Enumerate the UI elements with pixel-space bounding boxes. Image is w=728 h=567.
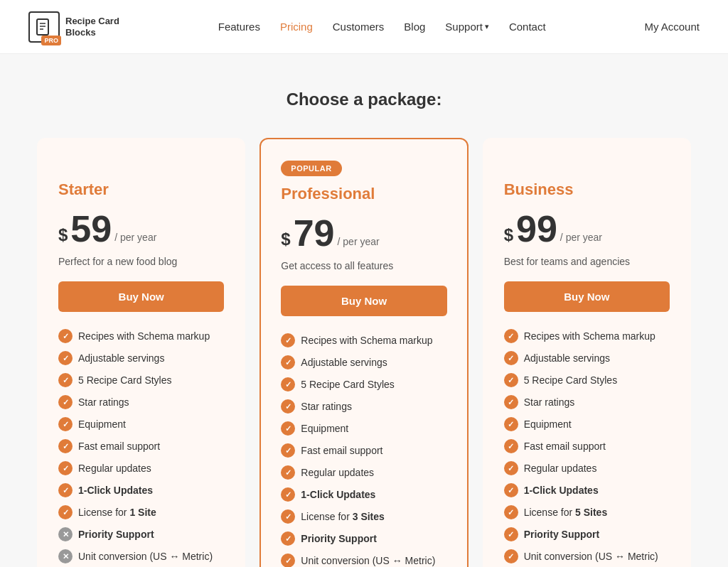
support-chevron-icon: ▾: [485, 22, 489, 31]
price-amount: 79: [294, 215, 335, 252]
feature-icon: ✓: [504, 439, 518, 453]
feature-icon: ✓: [504, 505, 518, 519]
feature-text: 5 Recipe Card Styles: [524, 374, 618, 386]
feature-text: Priority Support: [78, 529, 154, 540]
nav-pricing[interactable]: Pricing: [280, 21, 313, 33]
feature-icon: ✓: [281, 333, 295, 347]
plan-card-professional: POPULAR Professional $ 79 / per year Get…: [259, 138, 468, 567]
feature-icon: ✓: [504, 483, 518, 497]
feature-text: Star ratings: [524, 396, 575, 408]
price-dollar: $: [58, 223, 68, 247]
feature-item: ✓ Regular updates: [58, 461, 224, 475]
feature-item: ✓ Star ratings: [281, 399, 446, 414]
feature-icon: ✓: [281, 421, 295, 436]
page-title: Choose a package:: [37, 90, 691, 109]
price-period: / per year: [114, 232, 156, 243]
buy-now-button[interactable]: Buy Now: [281, 286, 446, 316]
feature-icon: ✓: [281, 355, 295, 369]
price-dollar: $: [504, 223, 513, 247]
feature-item: ✓ 5 Recipe Card Styles: [504, 373, 670, 387]
feature-text: Equipment: [301, 423, 348, 434]
feature-icon: ✓: [58, 373, 73, 387]
logo-icon: PRO: [28, 11, 60, 43]
buy-now-button[interactable]: Buy Now: [58, 281, 224, 312]
feature-item: ✓ Regular updates: [281, 465, 446, 480]
feature-icon: ✓: [58, 329, 73, 343]
feature-item: ✓ Adjustable servings: [58, 351, 224, 365]
feature-icon: ✓: [281, 443, 295, 458]
feature-text: Fast email support: [301, 445, 382, 456]
feature-item: ✓ Recipes with Schema markup: [58, 329, 224, 343]
feature-text: Unit conversion (US ↔ Metric): [524, 551, 658, 562]
feature-item: ✓ 1-Click Updates: [281, 487, 446, 502]
nav-contact[interactable]: Contact: [509, 21, 546, 33]
nav-blog[interactable]: Blog: [404, 21, 425, 33]
pro-badge: PRO: [41, 36, 61, 45]
feature-item: ✓ Regular updates: [504, 461, 670, 475]
plan-card-starter: Starter $ 59 / per year Perfect for a ne…: [37, 138, 245, 567]
features-list: ✓ Recipes with Schema markup ✓ Adjustabl…: [504, 329, 670, 567]
my-account-link[interactable]: My Account: [644, 21, 700, 33]
buy-now-button[interactable]: Buy Now: [504, 281, 670, 312]
feature-text: Priority Support: [301, 533, 377, 544]
feature-item: ✓ Equipment: [281, 421, 446, 436]
feature-icon: ✕: [58, 527, 73, 541]
plan-description: Perfect for a new food blog: [58, 256, 224, 267]
feature-item: ✓ License for 5 Sites: [504, 505, 670, 519]
feature-icon: ✓: [281, 487, 295, 502]
feature-text: Fast email support: [524, 441, 606, 452]
price-period: / per year: [338, 236, 380, 247]
logo[interactable]: PRO Recipe Card Blocks: [28, 11, 119, 43]
feature-item: ✓ Priority Support: [281, 531, 446, 546]
plan-description: Best for teams and agencies: [504, 256, 670, 267]
nav-features[interactable]: Features: [218, 21, 260, 33]
feature-icon: ✓: [58, 505, 73, 519]
feature-icon: ✕: [58, 549, 73, 563]
feature-text: Unit conversion (US ↔ Metric): [301, 555, 435, 566]
feature-text: Priority Support: [524, 529, 600, 540]
feature-text: 5 Recipe Card Styles: [301, 379, 395, 390]
feature-text: Adjustable servings: [78, 352, 164, 364]
feature-text: 1-Click Updates: [301, 489, 375, 500]
plan-name: Starter: [58, 180, 224, 199]
plan-name: Business: [504, 180, 670, 199]
feature-icon: ✓: [58, 417, 73, 431]
feature-text: Equipment: [524, 418, 572, 430]
nav-customers[interactable]: Customers: [333, 21, 385, 33]
feature-icon: ✓: [504, 461, 518, 475]
plan-card-business: Business $ 99 / per year Best for teams …: [483, 138, 691, 567]
plan-price: $ 59 / per year: [58, 210, 224, 247]
plan-price: $ 99 / per year: [504, 210, 670, 247]
feature-icon: ✓: [281, 554, 295, 567]
feature-icon: ✓: [58, 395, 73, 409]
feature-text: Regular updates: [78, 463, 151, 474]
svg-rect-0: [37, 19, 48, 35]
nav-support[interactable]: Support ▾: [445, 21, 489, 33]
feature-icon: ✓: [504, 395, 518, 409]
pricing-grid: Starter $ 59 / per year Perfect for a ne…: [37, 138, 691, 567]
feature-item: ✕ Unit conversion (US ↔ Metric): [58, 549, 224, 563]
feature-icon: ✓: [504, 373, 518, 387]
price-amount: 99: [516, 210, 557, 247]
plan-price: $ 79 / per year: [281, 215, 446, 252]
feature-icon: ✓: [58, 483, 73, 497]
plan-name: Professional: [281, 185, 446, 203]
feature-text: License for 1 Site: [78, 507, 156, 518]
feature-item: ✓ Equipment: [58, 417, 224, 431]
feature-item: ✓ 5 Recipe Card Styles: [58, 373, 224, 387]
feature-icon: ✓: [504, 549, 518, 563]
feature-item: ✓ Equipment: [504, 417, 670, 431]
feature-text: Equipment: [78, 418, 126, 430]
feature-icon: ✓: [281, 377, 295, 392]
features-list: ✓ Recipes with Schema markup ✓ Adjustabl…: [58, 329, 224, 567]
feature-icon: ✓: [281, 399, 295, 414]
feature-text: Adjustable servings: [301, 357, 387, 368]
feature-text: Unit conversion (US ↔ Metric): [78, 551, 213, 562]
main-nav: Features Pricing Customers Blog Support …: [218, 21, 546, 33]
feature-item: ✓ Star ratings: [58, 395, 224, 409]
feature-icon: ✓: [281, 465, 295, 480]
feature-item: ✓ 1-Click Updates: [58, 483, 224, 497]
feature-icon: ✓: [281, 531, 295, 546]
feature-item: ✓ Fast email support: [58, 439, 224, 453]
feature-icon: ✓: [58, 461, 73, 475]
